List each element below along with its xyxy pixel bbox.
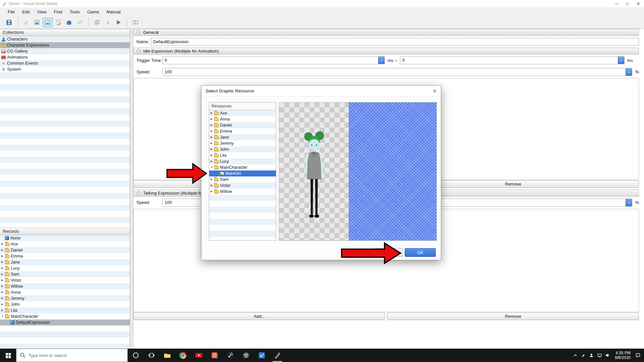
resource-item-lila[interactable]: ▶Lila: [209, 152, 276, 158]
expand-arrow-icon[interactable]: ▶: [211, 146, 214, 152]
expression-tool-button[interactable]: [43, 18, 53, 27]
expand-arrow-icon[interactable]: ▶: [1, 277, 5, 283]
resource-item-lucy[interactable]: ▶Lucy: [209, 158, 276, 164]
expand-arrow-icon[interactable]: ▶: [211, 122, 214, 128]
app-blue-button[interactable]: [254, 349, 270, 362]
script-tool-button[interactable]: [53, 18, 63, 27]
name-input[interactable]: [151, 38, 639, 46]
record-item-anna[interactable]: ▶Anna: [0, 289, 130, 295]
expand-arrow-icon[interactable]: ▶: [211, 176, 214, 183]
collection-item-cg-gallery[interactable]: CG Gallery: [0, 48, 130, 54]
talking-add-button[interactable]: Add...: [133, 312, 385, 320]
resource-item-jeremy[interactable]: ▶Jeremy: [209, 140, 276, 146]
expand-arrow-icon[interactable]: ▶: [211, 116, 214, 122]
chrome-button[interactable]: [175, 349, 191, 362]
record-item-ace[interactable]: ▶Ace: [0, 241, 130, 247]
expand-arrow-icon[interactable]: ▶: [1, 301, 5, 307]
expand-arrow-icon[interactable]: ▶: [1, 289, 5, 295]
expand-arrow-icon[interactable]: ▶: [1, 283, 5, 289]
collection-item-characters[interactable]: Characters: [0, 36, 130, 42]
record-item-willow[interactable]: ▶Willow: [0, 283, 130, 289]
app-orange-button[interactable]: [207, 349, 222, 362]
file-explorer-button[interactable]: [159, 349, 175, 362]
menu-item-game[interactable]: Game: [83, 7, 103, 16]
resource-item-anna[interactable]: ▶Anna: [209, 116, 276, 122]
spin-up-icon[interactable]: ▲: [378, 57, 385, 64]
resource-item-ace[interactable]: ▶Ace: [209, 110, 276, 116]
collapse-arrow-icon[interactable]: ▼: [1, 313, 5, 319]
spin-up-icon[interactable]: ▲: [618, 57, 624, 64]
app-gray-button[interactable]: [238, 349, 254, 362]
menu-item-manual[interactable]: Manual: [103, 7, 124, 16]
resource-item-emma[interactable]: ▶Emma: [209, 128, 276, 134]
manual-button[interactable]: [130, 18, 140, 27]
expand-arrow-icon[interactable]: ▶: [1, 247, 5, 253]
menu-item-find[interactable]: Find: [50, 7, 66, 16]
expand-arrow-icon[interactable]: ▶: [1, 295, 5, 301]
play-test-button[interactable]: [113, 18, 123, 27]
expand-arrow-icon[interactable]: ▶: [1, 253, 5, 259]
idle-speed-field[interactable]: 100 ▲▼: [162, 68, 632, 76]
cortana-button[interactable]: [128, 349, 143, 362]
expand-arrow-icon[interactable]: ▶: [211, 152, 214, 158]
record-item-defaultexpression[interactable]: DefaultExpression: [0, 319, 130, 325]
menu-item-tools[interactable]: Tools: [66, 7, 83, 16]
talking-remove-button[interactable]: Remove: [387, 312, 639, 320]
people-tray-icon[interactable]: [587, 353, 595, 358]
record-item-emma[interactable]: ▶Emma: [0, 253, 130, 259]
visual-novel-maker-button[interactable]: [270, 349, 285, 362]
trigger-from-field[interactable]: 0 ▲▼: [162, 56, 385, 64]
resource-item-sam[interactable]: ▶Sam: [209, 176, 276, 183]
expand-arrow-icon[interactable]: ▶: [1, 307, 5, 313]
record-item-sam[interactable]: ▶Sam: [0, 271, 130, 277]
window-copy-button[interactable]: [92, 18, 102, 27]
resource-item-victor[interactable]: ▶Victor: [209, 183, 276, 189]
pencil-tool-button[interactable]: [21, 18, 31, 27]
taskbar-search[interactable]: [16, 349, 128, 362]
panel-splitter[interactable]: [130, 29, 133, 349]
resource-item-john[interactable]: ▶John: [209, 146, 276, 152]
menu-item-view[interactable]: View: [33, 7, 50, 16]
expand-arrow-icon[interactable]: ▶: [211, 110, 214, 116]
expand-arrow-icon[interactable]: ▶: [211, 158, 214, 164]
menu-item-edit[interactable]: Edit: [18, 7, 33, 16]
collapse-icon[interactable]: −: [136, 30, 141, 34]
plugin-tool-button[interactable]: [64, 18, 74, 27]
collection-item-system[interactable]: ⚙System: [0, 66, 130, 72]
music-button[interactable]: ♪: [103, 18, 113, 27]
expand-arrow-icon[interactable]: ▶: [1, 265, 5, 271]
expand-arrow-icon[interactable]: ▶: [211, 140, 214, 146]
spin-up-icon[interactable]: ▲: [626, 68, 632, 76]
collapse-arrow-icon[interactable]: ▼: [211, 164, 214, 170]
record-item-lucy[interactable]: ▶Lucy: [0, 265, 130, 271]
taskbar-clock[interactable]: 4:35 PM 8/6/2020: [615, 351, 631, 360]
close-button[interactable]: ✕: [637, 0, 640, 7]
action-center-icon[interactable]: [634, 353, 642, 358]
record-item-lila[interactable]: ▶Lila: [0, 307, 130, 313]
resource-item-willow[interactable]: ▶Willow: [209, 189, 276, 195]
expand-arrow-icon[interactable]: ▶: [211, 134, 214, 140]
menu-item-file[interactable]: File: [4, 7, 18, 16]
ok-button[interactable]: OK: [405, 248, 436, 257]
steam-button[interactable]: [222, 349, 238, 362]
section-idle-header[interactable]: − Idle Expression (Multiple for Animatio…: [133, 48, 639, 55]
record-item-maincharacter[interactable]: ▼MainCharacter: [0, 313, 130, 319]
link-tool-button[interactable]: [75, 18, 85, 27]
task-view-button[interactable]: [143, 349, 159, 362]
resource-item-jane[interactable]: ▶Jane: [209, 134, 276, 140]
expand-arrow-icon[interactable]: ▶: [1, 271, 5, 277]
expand-arrow-icon[interactable]: ▶: [1, 241, 5, 247]
record-item-john[interactable]: ▶John: [0, 301, 130, 307]
expand-arrow-icon[interactable]: ▶: [211, 189, 214, 195]
collection-item-animations[interactable]: Animations: [0, 54, 130, 60]
collection-item-common-events[interactable]: ★Common Events: [0, 60, 130, 66]
spin-up-icon[interactable]: ▲: [626, 199, 632, 207]
volume-tray-icon[interactable]: [603, 353, 611, 358]
minimize-button[interactable]: ─: [615, 0, 618, 7]
record-item-victor[interactable]: ▶Victor: [0, 277, 130, 283]
record-item-jane[interactable]: ▶Jane: [0, 259, 130, 265]
section-general-header[interactable]: − General: [133, 29, 639, 36]
youtube-button[interactable]: [191, 349, 207, 362]
collapse-icon[interactable]: −: [136, 191, 141, 195]
resource-item-maincharacter[interactable]: ▼MainCharacter: [209, 164, 276, 170]
